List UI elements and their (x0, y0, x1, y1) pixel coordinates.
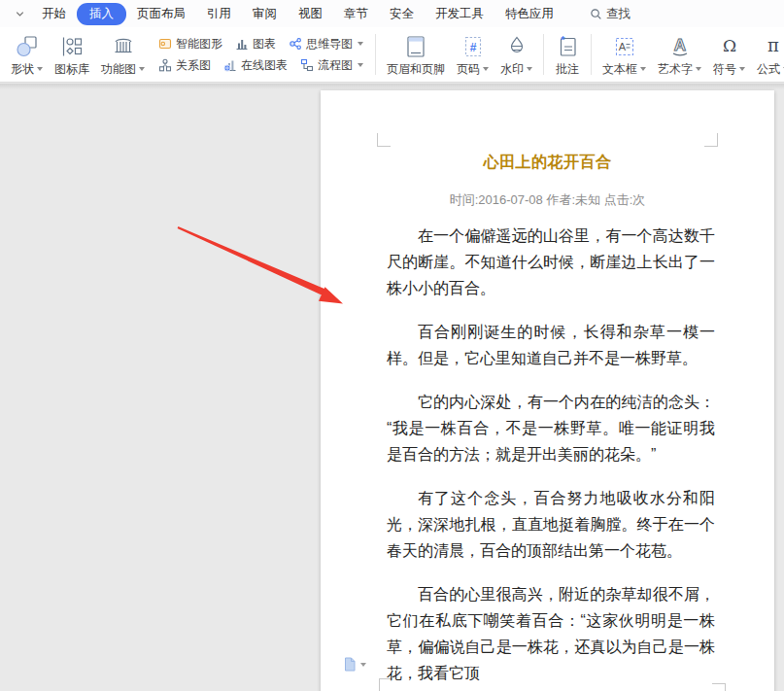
dropdown-caret (527, 67, 532, 71)
tab-section[interactable]: 章节 (333, 3, 379, 25)
watermark-label: 水印 (500, 61, 524, 78)
page-number-button[interactable]: # 页码 (451, 29, 494, 80)
paragraph[interactable]: 有了这个念头，百合努力地吸收水分和阳光，深深地扎根，直直地挺着胸膛。终于在一个春… (387, 485, 715, 564)
word-art-label: 艺术字 (658, 61, 693, 78)
header-footer-icon (403, 32, 428, 59)
symbol-label: 符号 (713, 61, 736, 78)
ribbon-separator (375, 34, 376, 75)
menu-bar: 开始 插入 页面布局 引用 审阅 视图 章节 安全 开发工具 特色应用 查找 (0, 0, 784, 27)
paragraph[interactable]: 它的内心深处，有一个内在的纯洁的念头：“我是一株百合，不是一株野草。唯一能证明我… (387, 389, 715, 467)
dropdown-caret (37, 67, 43, 71)
svg-text:#: # (469, 40, 476, 53)
document-body[interactable]: 在一个偏僻遥远的山谷里，有一个高达数千尺的断崖。不知道什么时候，断崖边上长出了一… (387, 223, 715, 691)
text-box-icon: A (612, 32, 637, 59)
svg-text:A: A (618, 40, 626, 52)
svg-text:Ω: Ω (722, 36, 735, 55)
tab-view[interactable]: 视图 (288, 3, 333, 25)
page-settings-button[interactable] (344, 657, 366, 672)
header-footer-label: 页眉和页脚 (387, 61, 445, 78)
collapse-ribbon-button[interactable] (8, 8, 31, 20)
flowchart-button[interactable]: 流程图 (299, 57, 363, 74)
formula-pi-icon: π (761, 32, 784, 59)
word-art-icon: A (667, 32, 693, 59)
page-number-icon: # (460, 32, 486, 59)
smart-graphic-button[interactable]: 智能图形 (157, 36, 222, 52)
shapes-icon (15, 32, 40, 59)
watermark-icon (504, 32, 529, 59)
text-boundary-mark (377, 133, 391, 147)
relation-diagram-label: 关系图 (176, 57, 211, 74)
header-footer-button[interactable]: 页眉和页脚 (381, 29, 451, 80)
ribbon-separator (591, 34, 592, 75)
document-canvas: 心田上的花开百合 时间:2016-07-08 作者:未知 点击:次 在一个偏僻遥… (0, 84, 784, 691)
paragraph[interactable]: 百合刚刚诞生的时候，长得和杂草一模一样。但是，它心里知道自己并不是一株野草。 (387, 319, 715, 371)
smart-graphic-label: 智能图形 (176, 36, 222, 52)
online-chart-icon (222, 58, 237, 73)
comment-button[interactable]: * 批注 (549, 29, 586, 80)
online-chart-button[interactable]: 在线图表 (222, 57, 288, 74)
tab-references[interactable]: 引用 (196, 3, 242, 25)
tab-security[interactable]: 安全 (379, 3, 425, 25)
flowchart-label: 流程图 (318, 57, 353, 74)
tab-review[interactable]: 审阅 (242, 3, 288, 25)
tab-home[interactable]: 开始 (31, 3, 77, 25)
find-label: 查找 (606, 6, 631, 22)
function-diagram-icon (111, 32, 136, 59)
text-box-label: 文本框 (602, 61, 637, 78)
watermark-button[interactable]: 水印 (494, 29, 538, 80)
mind-map-icon (288, 37, 302, 52)
svg-text:*: * (562, 34, 565, 45)
formula-button[interactable]: π 公式 (751, 29, 784, 80)
tab-insert[interactable]: 插入 (77, 3, 126, 25)
tab-dev-tools[interactable]: 开发工具 (425, 3, 494, 25)
symbol-button[interactable]: Ω 符号 (707, 29, 751, 80)
svg-text:π: π (767, 35, 779, 55)
diagram-small-group: 智能图形 图表 (151, 29, 370, 80)
document-meta[interactable]: 时间:2016-07-08 作者:未知 点击:次 (321, 191, 774, 209)
smart-graphic-icon (157, 37, 172, 52)
wps-writer-window: 开始 插入 页面布局 引用 审阅 视图 章节 安全 开发工具 特色应用 查找 形 (0, 0, 784, 691)
document-title[interactable]: 心田上的花开百合 (321, 153, 774, 173)
shapes-label: 形状 (11, 61, 34, 78)
icon-library-icon (59, 32, 85, 59)
relation-diagram-icon (157, 58, 172, 73)
paragraph[interactable]: 百合的心里很高兴，附近的杂草却很不屑，它们在私底下嘲笑着百合：“这家伙明明是一株… (387, 581, 715, 686)
paragraph[interactable]: 在一个偏僻遥远的山谷里，有一个高达数千尺的断崖。不知道什么时候，断崖边上长出了一… (387, 223, 715, 301)
chart-label: 图表 (253, 36, 276, 52)
icon-library-label: 图标库 (54, 61, 89, 78)
function-diagram-label: 功能图 (101, 61, 136, 78)
function-diagram-button[interactable]: 功能图 (95, 29, 151, 80)
find-button[interactable]: 查找 (590, 6, 631, 22)
mind-map-button[interactable]: 思维导图 (288, 36, 363, 52)
formula-label: 公式 (757, 61, 780, 78)
relation-diagram-button[interactable]: 关系图 (157, 57, 211, 74)
icon-library-button[interactable]: 图标库 (49, 29, 95, 80)
tab-special-features[interactable]: 特色应用 (494, 3, 564, 25)
page-number-label: 页码 (457, 61, 480, 78)
chevron-down-icon (14, 8, 26, 20)
dropdown-caret (640, 67, 646, 71)
text-boundary-mark (704, 133, 718, 147)
online-chart-label: 在线图表 (241, 57, 288, 74)
search-icon (590, 8, 602, 20)
svg-text:A: A (673, 36, 685, 54)
dropdown-caret (696, 67, 701, 71)
shapes-button[interactable]: 形状 (5, 29, 49, 80)
comment-icon: * (555, 32, 580, 59)
tab-page-layout[interactable]: 页面布局 (126, 3, 196, 25)
symbol-omega-icon: Ω (717, 32, 742, 59)
dropdown-caret (360, 663, 366, 667)
text-box-button[interactable]: A 文本框 (597, 29, 652, 80)
page-icon (344, 657, 357, 672)
dropdown-caret (358, 42, 363, 46)
chart-icon (234, 37, 249, 52)
dropdown-caret (483, 67, 489, 71)
dropdown-caret (739, 67, 745, 71)
document-page[interactable]: 心田上的花开百合 时间:2016-07-08 作者:未知 点击:次 在一个偏僻遥… (321, 90, 774, 691)
comment-label: 批注 (556, 61, 579, 78)
dropdown-caret (358, 63, 363, 67)
ribbon-separator (543, 34, 544, 75)
chart-button[interactable]: 图表 (234, 36, 276, 52)
word-art-button[interactable]: A 艺术字 (652, 29, 707, 80)
mind-map-label: 思维导图 (306, 36, 353, 52)
